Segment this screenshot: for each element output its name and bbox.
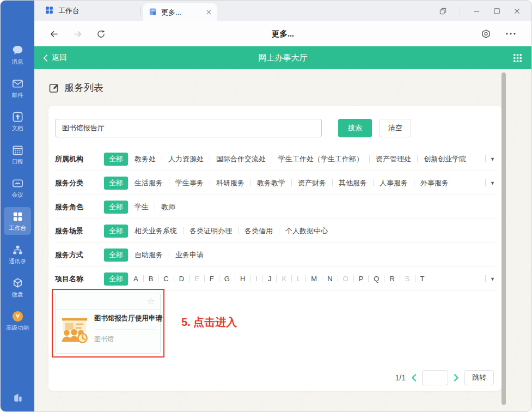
filter-option-all[interactable]: 全部 <box>104 201 128 214</box>
filter-row-服务角色: 服务角色全部学生教师 <box>55 195 495 219</box>
filter-option[interactable]: 外事服务 <box>414 178 455 188</box>
search-button[interactable]: 搜索 <box>338 119 372 137</box>
filter-option[interactable]: D <box>174 275 189 283</box>
filter-option[interactable]: 创新创业学院 <box>418 154 472 164</box>
filter-option[interactable]: R <box>384 275 399 283</box>
tab-workbench[interactable]: 工作台 <box>41 1 138 21</box>
prev-page-icon[interactable] <box>411 374 417 381</box>
filter-option[interactable]: 个人数据中心 <box>279 226 334 236</box>
window-controls <box>439 7 531 15</box>
filter-option[interactable]: Q <box>369 275 384 283</box>
clear-button[interactable]: 清空 <box>380 119 411 137</box>
sidebar-item-label: 工作台 <box>9 225 26 232</box>
filter-option[interactable]: G <box>219 275 235 283</box>
tab-more[interactable]: 更多... <box>143 3 217 21</box>
jump-button[interactable]: 跳转 <box>464 370 494 385</box>
service-card-zone: ☆ <box>55 291 495 362</box>
filter-option-all[interactable]: 全部 <box>104 177 128 190</box>
filter-option[interactable]: 自助服务 <box>129 250 169 260</box>
refresh-icon[interactable] <box>96 29 106 39</box>
filter-option[interactable]: F <box>205 275 219 283</box>
sidebar-item-日程[interactable]: 日程 <box>4 141 31 168</box>
filter-option[interactable]: T <box>415 275 430 283</box>
expand-caret-icon[interactable]: ▼ <box>485 275 495 282</box>
back-icon[interactable] <box>50 29 59 39</box>
back-button[interactable]: 返回 <box>43 53 67 63</box>
filter-option[interactable]: 相关业务系统 <box>129 226 183 236</box>
sidebar-item-会议[interactable]: 会议 <box>4 174 31 202</box>
filter-option[interactable]: 业务申请 <box>169 250 210 260</box>
filter-option[interactable]: B <box>144 275 158 283</box>
caret-down-icon: ▼ <box>490 276 495 282</box>
app-window: 消息邮件文档日程会议工作台通讯录微盘高级功能 工作台 更多... <box>0 0 532 412</box>
service-list-panel: 搜索 清空 所属机构全部教务处人力资源处国际合作交流处学生工作处（学生工作部）资… <box>48 106 502 391</box>
sidebar-item-高级功能[interactable]: 高级功能 <box>4 307 31 335</box>
sidebar-item-通讯录[interactable]: 通讯录 <box>4 240 31 268</box>
settings-hexagon-icon[interactable] <box>481 29 491 39</box>
page-number-input[interactable] <box>422 370 448 385</box>
filter-option[interactable]: 学生 <box>129 202 155 212</box>
filter-option[interactable]: 教务处 <box>129 154 162 164</box>
tab-separator <box>140 7 141 15</box>
filter-option[interactable]: N <box>322 275 337 283</box>
filter-option[interactable]: 科研服务 <box>210 178 250 188</box>
advanced-icon <box>11 310 24 323</box>
filter-option[interactable]: 资产财务 <box>292 178 332 188</box>
forward-icon[interactable] <box>73 29 82 39</box>
filter-option[interactable]: 教务教学 <box>251 178 291 188</box>
filter-option[interactable]: 资产管理处 <box>370 154 417 164</box>
filter-option[interactable]: 各类借用 <box>239 226 279 236</box>
filter-option-all[interactable]: 全部 <box>104 249 128 262</box>
filter-option: S <box>400 275 415 283</box>
minimize-icon[interactable] <box>473 8 480 15</box>
filter-option[interactable]: C <box>158 275 173 283</box>
card-top-bar: ☆ <box>56 293 160 310</box>
option-separator <box>485 155 486 162</box>
filter-option-all[interactable]: 全部 <box>104 153 128 166</box>
mail-icon <box>11 77 24 90</box>
doc-icon <box>11 110 24 123</box>
close-window-icon[interactable] <box>513 8 521 15</box>
maximize-icon[interactable] <box>493 8 500 15</box>
filter-option[interactable]: 学生工作处（学生工作部） <box>272 154 369 164</box>
sidebar-item-文档[interactable]: 文档 <box>4 107 31 135</box>
wecom-logo-icon <box>1 390 34 404</box>
filter-option[interactable]: 生活服务 <box>129 178 169 188</box>
more-menu-icon[interactable] <box>505 32 516 35</box>
sidebar-item-邮件[interactable]: 邮件 <box>4 74 31 102</box>
filter-option: K <box>277 275 291 283</box>
filter-option[interactable]: 各类证明办理 <box>184 226 238 236</box>
restore-window-icon[interactable] <box>439 8 447 15</box>
filter-option[interactable]: P <box>354 275 369 283</box>
filter-option-all[interactable]: 全部 <box>104 272 128 286</box>
expand-caret-icon[interactable]: ▼ <box>485 179 495 186</box>
sidebar-item-工作台[interactable]: 工作台 <box>4 207 31 235</box>
sidebar-item-label: 高级功能 <box>6 324 29 332</box>
chevron-left-icon <box>43 54 48 62</box>
sidebar: 消息邮件文档日程会议工作台通讯录微盘高级功能 <box>1 1 34 411</box>
close-tab-icon[interactable] <box>206 9 212 15</box>
next-page-icon[interactable] <box>454 374 459 381</box>
favorite-star-icon[interactable]: ☆ <box>147 297 155 306</box>
caret-down-icon: ▼ <box>490 156 495 162</box>
filter-option[interactable]: A <box>129 275 143 283</box>
sidebar-item-消息[interactable]: 消息 <box>4 41 31 69</box>
filter-option[interactable]: 其他服务 <box>333 178 373 188</box>
filter-option[interactable]: 国际合作交流处 <box>210 154 272 164</box>
filter-option[interactable]: 人事服务 <box>374 178 414 188</box>
card-text: 图书馆报告厅使用申请 图书馆 <box>94 314 156 344</box>
search-input[interactable] <box>55 119 322 137</box>
filter-option[interactable]: 学生事务 <box>169 178 210 188</box>
filter-option[interactable]: 教师 <box>155 202 181 212</box>
filter-option-all[interactable]: 全部 <box>104 225 128 238</box>
sidebar-item-微盘[interactable]: 微盘 <box>4 274 31 301</box>
sidebar-item-label: 通讯录 <box>9 258 26 265</box>
service-card[interactable]: ☆ <box>55 293 161 354</box>
filter-option[interactable]: H <box>235 275 250 283</box>
filter-option[interactable]: 人力资源处 <box>162 154 210 164</box>
filter-option[interactable]: M <box>306 275 322 283</box>
vertical-scrollbar[interactable] <box>502 72 506 405</box>
expand-caret-icon[interactable]: ▼ <box>485 155 495 162</box>
apps-grid-icon[interactable] <box>512 53 523 63</box>
filter-option[interactable]: J <box>263 275 277 283</box>
